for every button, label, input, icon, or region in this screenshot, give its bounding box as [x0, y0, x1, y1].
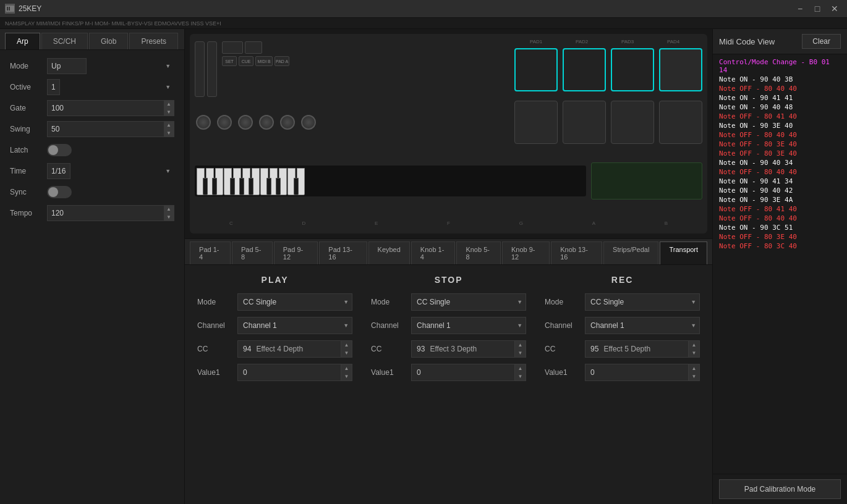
tab-pad5-8[interactable]: Pad 5-8 [232, 242, 273, 264]
rec-cc-btns: ▲ ▼ [688, 341, 699, 357]
knob-4[interactable] [259, 115, 274, 130]
gate-input[interactable] [48, 102, 164, 114]
pad-1[interactable] [514, 48, 558, 91]
tab-transport[interactable]: Transport [660, 242, 707, 264]
label-f: F [447, 220, 450, 226]
tab-arp[interactable]: Arp [5, 33, 40, 49]
swing-input[interactable] [48, 123, 164, 135]
knob-6[interactable] [301, 115, 316, 130]
sync-toggle[interactable] [47, 186, 72, 198]
btn-set[interactable]: SET [222, 56, 237, 66]
stop-value1-up[interactable]: ▲ [515, 364, 526, 372]
swing-up-btn[interactable]: ▲ [164, 121, 174, 129]
bottom-tab-bar: Pad 1-4 Pad 5-8 Pad 9-12 Pad 13-16 Keybe… [185, 239, 712, 265]
key-fs2[interactable] [294, 178, 299, 195]
knob-2[interactable] [217, 115, 232, 130]
tab-knob13-16[interactable]: Knob 13-16 [551, 242, 602, 264]
strip-2[interactable] [207, 41, 217, 97]
strip-1[interactable] [195, 41, 205, 97]
key-ds2[interactable] [276, 178, 281, 195]
pad-7[interactable] [611, 101, 654, 144]
tempo-input[interactable] [48, 207, 164, 219]
mode-select[interactable]: UpDownUp/DownRandom [47, 58, 87, 74]
rec-cc-spinner: 95 Effect 5 Depth ▲ ▼ [585, 340, 700, 358]
play-cc-label: CC [197, 345, 237, 353]
transport-content: PLAY Mode CC SingleNoteCC Toggle [185, 265, 712, 397]
close-button[interactable]: ✕ [827, 1, 842, 16]
play-value1-input[interactable] [238, 364, 341, 380]
btn-prog[interactable] [222, 41, 243, 54]
rec-cc-down[interactable]: ▼ [689, 349, 699, 357]
rec-mode-select[interactable]: CC SingleNote [585, 293, 700, 311]
tab-strips[interactable]: Strips/Pedal [603, 242, 658, 264]
stop-channel-select[interactable]: Channel 1Channel 2 [411, 317, 526, 334]
play-cc-up[interactable]: ▲ [341, 341, 352, 349]
stop-mode-select[interactable]: CC SingleNote [411, 293, 526, 311]
tab-pad13-16[interactable]: Pad 13-16 [319, 242, 367, 264]
rec-cc-row: CC 95 Effect 5 Depth ▲ ▼ [545, 340, 700, 358]
knob-5[interactable] [280, 115, 295, 130]
knob-3[interactable] [238, 115, 253, 130]
play-value1-down[interactable]: ▼ [341, 372, 352, 380]
pad-calibration-button[interactable]: Pad Calibration Mode [719, 479, 841, 499]
btn-cue[interactable]: CUE [239, 56, 253, 66]
minimize-button[interactable]: − [793, 1, 807, 16]
app-icon [5, 4, 15, 14]
play-mode-select[interactable]: CC SingleNoteCC Toggle [237, 293, 352, 311]
pad-2[interactable] [563, 48, 606, 91]
play-value1-btns: ▲ ▼ [341, 364, 352, 380]
tab-knob9-12[interactable]: Knob 9-12 [502, 242, 550, 264]
rec-value1-input[interactable] [585, 364, 688, 380]
btn-rec[interactable] [245, 41, 262, 54]
tab-knob5-8[interactable]: Knob 5-8 [456, 242, 501, 264]
rec-value1-up[interactable]: ▲ [689, 364, 699, 372]
key-ds1[interactable] [212, 178, 217, 195]
octive-select[interactable]: 1234 [47, 79, 60, 95]
tab-sc-ch[interactable]: SC/CH [41, 33, 88, 49]
btn-midi-b[interactable]: MIDI B [255, 56, 273, 66]
tab-pad9-12[interactable]: Pad 9-12 [274, 242, 318, 264]
tab-keybed[interactable]: Keybed [368, 242, 410, 264]
btn-pad-a[interactable]: PAD A [275, 56, 289, 66]
tab-presets[interactable]: Presets [129, 33, 178, 49]
stop-value1-input[interactable] [412, 364, 514, 380]
play-value1-up[interactable]: ▲ [341, 364, 352, 372]
rec-value1-down[interactable]: ▼ [689, 372, 699, 380]
stop-value1-down[interactable]: ▼ [515, 372, 526, 380]
midi-log[interactable]: Control/Mode Change - B0 01 14Note ON - … [713, 54, 847, 474]
pad-3[interactable] [611, 48, 654, 91]
pad-6[interactable] [563, 101, 606, 144]
rec-channel-select[interactable]: Channel 1Channel 2 [585, 317, 700, 334]
stop-cc-up[interactable]: ▲ [515, 341, 526, 349]
clear-button[interactable]: Clear [802, 34, 841, 49]
maximize-button[interactable]: □ [810, 1, 825, 16]
gate-down-btn[interactable]: ▼ [164, 108, 174, 116]
play-cc-down[interactable]: ▼ [341, 349, 352, 357]
swing-down-btn[interactable]: ▼ [164, 129, 174, 137]
pad-8[interactable] [659, 101, 702, 144]
key-fs1[interactable] [230, 178, 235, 195]
sync-row: Sync [10, 183, 174, 201]
midi-log-entry: Note OFF - 80 3C 40 [719, 242, 841, 250]
pad-4[interactable] [659, 48, 702, 91]
label-d: D [302, 220, 305, 226]
key-cs1[interactable] [203, 178, 208, 195]
key-as1[interactable] [249, 178, 253, 195]
time-select[interactable]: 1/41/81/161/32 [47, 163, 70, 179]
tab-pad1-4[interactable]: Pad 1-4 [190, 242, 231, 264]
pad-5[interactable] [514, 101, 558, 144]
tab-knob1-4[interactable]: Knob 1-4 [411, 242, 456, 264]
key-cs2[interactable] [266, 178, 271, 195]
key-gs1[interactable] [239, 178, 244, 195]
latch-toggle[interactable] [47, 144, 72, 156]
stop-value1-row: Value1 ▲ ▼ [371, 364, 526, 381]
gate-up-btn[interactable]: ▲ [164, 100, 174, 108]
rec-cc-up[interactable]: ▲ [689, 341, 699, 349]
knob-1[interactable] [196, 115, 211, 130]
play-channel-select[interactable]: Channel 1Channel 2 [237, 317, 352, 334]
tab-glob[interactable]: Glob [89, 33, 128, 49]
tempo-down-btn[interactable]: ▼ [164, 213, 174, 221]
play-cc-row: CC 94 Effect 4 Depth ▲ ▼ [197, 340, 352, 358]
tempo-up-btn[interactable]: ▲ [164, 205, 174, 213]
stop-cc-down[interactable]: ▼ [515, 349, 526, 357]
